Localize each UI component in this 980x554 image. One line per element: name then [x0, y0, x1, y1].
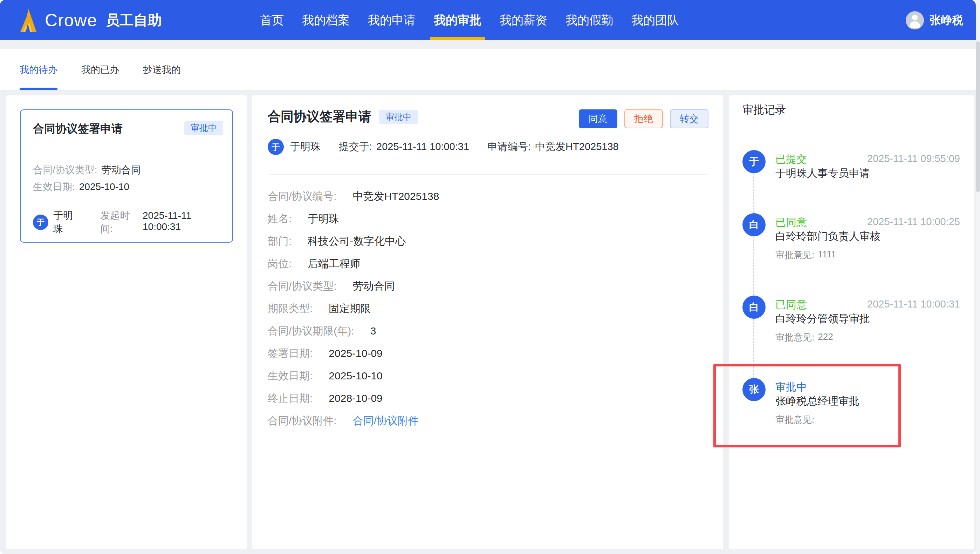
- tab-my-done[interactable]: 我的已办: [81, 49, 119, 90]
- record-entry-gm-pending: 张 审批中 张峥税总经理审批 审批意见:: [729, 378, 974, 431]
- field-value: 2025-10-10: [329, 370, 382, 382]
- nav-item-label: 首页: [260, 12, 284, 29]
- detail-title: 合同协议签署申请: [268, 108, 371, 126]
- nav-item-my-applications[interactable]: 我的申请: [367, 0, 416, 40]
- todo-field-contract-type: 合同/协议类型: 劳动合同: [33, 163, 141, 177]
- todo-card-footer: 于 于明珠 发起时间: 2025-11-11 10:00:31: [33, 209, 224, 236]
- record-entry-submitted: 于 已提交 2025-11-11 09:55:09 于明珠人事专员申请: [729, 150, 974, 192]
- submitter-name: 于明珠: [290, 140, 321, 154]
- record-opinion: 审批意见: 1111: [775, 249, 836, 261]
- record-status: 已提交: [775, 152, 807, 166]
- field-contract-number: 合同/协议编号: 中竞发HT2025138: [268, 185, 708, 208]
- record-status: 已同意: [775, 215, 807, 230]
- initiator-avatar: 于: [33, 215, 48, 230]
- record-desc: 于明珠人事专员申请: [775, 166, 870, 180]
- field-value: 2028-10-09: [329, 392, 382, 404]
- field-end-date: 终止日期: 2028-10-09: [268, 387, 708, 410]
- nav-item-my-files[interactable]: 我的档案: [301, 0, 350, 40]
- field-label: 签署日期:: [268, 346, 313, 361]
- record-desc: 白玲玲部门负责人审核: [775, 229, 880, 244]
- nav-item-label: 我的假勤: [565, 12, 613, 29]
- field-term-type: 期限类型: 固定期限: [268, 297, 708, 320]
- tab-my-todo[interactable]: 我的待办: [20, 49, 57, 90]
- nav-item-my-salary[interactable]: 我的薪资: [499, 0, 548, 40]
- user-name: 张峥税: [929, 13, 963, 28]
- field-value: 2025-11-11 10:00:31: [376, 141, 469, 153]
- field-label: 合同/协议期限(年):: [268, 324, 354, 338]
- tab-label: 我的待办: [20, 64, 57, 76]
- detail-fields: 合同/协议编号: 中竞发HT2025138 姓名: 于明珠 部门: 科技公司-数…: [268, 185, 708, 432]
- detail-divider: [268, 174, 708, 175]
- records-title: 审批记录: [743, 102, 786, 117]
- field-label: 申请编号:: [487, 140, 531, 154]
- todo-status-badge: 审批中: [184, 121, 223, 135]
- approve-button[interactable]: 同意: [579, 109, 617, 128]
- record-entry-leader-approved: 白 已同意 2025-11-11 10:00:31 白玲玲分管领导审批 审批意见…: [729, 295, 974, 348]
- initiator-name: 于明珠: [53, 209, 80, 236]
- nav-item-label: 我的审批: [434, 12, 481, 29]
- record-avatar: 白: [743, 295, 765, 319]
- field-value: 3: [370, 325, 376, 337]
- record-status: 审批中: [775, 380, 807, 394]
- application-number: 申请编号: 中竞发HT2025138: [487, 140, 619, 154]
- transfer-button[interactable]: 转交: [670, 109, 708, 128]
- field-value: 劳动合同: [102, 163, 141, 177]
- record-time: 2025-11-11 10:00:25: [867, 216, 960, 228]
- tab-cc-to-me[interactable]: 抄送我的: [143, 49, 181, 90]
- field-label: 合同/协议类型:: [33, 163, 97, 177]
- tabs: 我的待办 我的已办 抄送我的: [20, 49, 181, 90]
- initiate-time: 发起时间: 2025-11-11 10:00:31: [100, 209, 224, 236]
- page: Crowe 员工自助 首页 我的档案 我的申请 我的审批 我的薪资 我的假勤: [0, 0, 976, 554]
- approval-records-panel: 审批记录 于 已提交 2025-11-11 09:55:09 于明珠人事专员申请…: [729, 95, 974, 549]
- record-desc: 白玲玲分管领导审批: [775, 312, 870, 326]
- field-value: 于明珠: [308, 212, 339, 226]
- scrollbar-thumb[interactable]: [976, 42, 980, 192]
- record-avatar: 白: [743, 213, 765, 236]
- submitted-at: 提交于: 2025-11-11 10:00:31: [339, 140, 469, 154]
- user-menu[interactable]: 张峥税: [906, 0, 963, 40]
- field-label: 部门:: [268, 234, 291, 249]
- submitter-row: 于 于明珠 提交于: 2025-11-11 10:00:31 申请编号: 中竞发…: [268, 139, 619, 155]
- todo-list-panel: 合同协议签署申请 审批中 合同/协议类型: 劳动合同 生效日期: 2025-10…: [6, 95, 247, 549]
- field-sign-date: 签署日期: 2025-10-09: [268, 342, 708, 365]
- crowe-logo-icon: [18, 9, 38, 32]
- field-label: 合同/协议附件:: [268, 414, 337, 428]
- app-header: Crowe 员工自助 首页 我的档案 我的申请 我的审批 我的薪资 我的假勤: [0, 0, 976, 40]
- record-avatar: 于: [743, 150, 765, 173]
- field-name: 姓名: 于明珠: [268, 208, 708, 230]
- detail-status-badge: 审批中: [379, 110, 418, 124]
- nav-item-home[interactable]: 首页: [259, 0, 285, 40]
- todo-card[interactable]: 合同协议签署申请 审批中 合同/协议类型: 劳动合同 生效日期: 2025-10…: [20, 109, 233, 243]
- field-department: 部门: 科技公司-数字化中心: [268, 230, 708, 252]
- nav-item-my-team[interactable]: 我的团队: [631, 0, 680, 40]
- main-nav: 首页 我的档案 我的申请 我的审批 我的薪资 我的假勤 我的团队: [259, 0, 680, 40]
- detail-header: 合同协议签署申请 审批中: [268, 108, 418, 126]
- field-label: 合同/协议类型:: [268, 279, 337, 294]
- field-effective-date: 生效日期: 2025-10-10: [268, 365, 708, 387]
- attachment-link[interactable]: 合同/协议附件: [353, 414, 419, 428]
- brand-name: Crowe: [45, 10, 97, 30]
- opinion-label: 审批意见:: [775, 249, 814, 261]
- field-value: 固定期限: [329, 302, 371, 316]
- record-desc: 张峥税总经理审批: [775, 394, 859, 409]
- field-label: 提交于:: [339, 140, 372, 154]
- field-label: 生效日期:: [268, 369, 313, 383]
- nav-item-label: 我的申请: [368, 12, 415, 29]
- todo-card-title: 合同协议签署申请: [33, 121, 123, 137]
- field-term-years: 合同/协议期限(年): 3: [268, 320, 708, 342]
- records-divider: [743, 135, 960, 135]
- nav-item-label: 我的薪资: [500, 12, 547, 29]
- field-value: 2025-10-09: [329, 348, 382, 359]
- reject-button[interactable]: 拒绝: [624, 109, 663, 128]
- page-scrollbar[interactable]: [976, 0, 980, 554]
- brand: Crowe 员工自助: [18, 0, 162, 40]
- nav-item-my-attendance[interactable]: 我的假勤: [565, 0, 614, 40]
- field-label: 终止日期:: [268, 391, 313, 406]
- submitter-avatar: 于: [268, 139, 284, 155]
- approval-actions: 同意 拒绝 转交: [579, 109, 708, 128]
- nav-item-my-approvals[interactable]: 我的审批: [433, 0, 482, 40]
- tab-bar: 我的待办 我的已办 抄送我的: [0, 49, 976, 91]
- record-entry-dept-approved: 白 已同意 2025-11-11 10:00:25 白玲玲部门负责人审核 审批意…: [729, 213, 974, 266]
- field-contract-type: 合同/协议类型: 劳动合同: [268, 275, 708, 297]
- record-avatar: 张: [743, 378, 765, 401]
